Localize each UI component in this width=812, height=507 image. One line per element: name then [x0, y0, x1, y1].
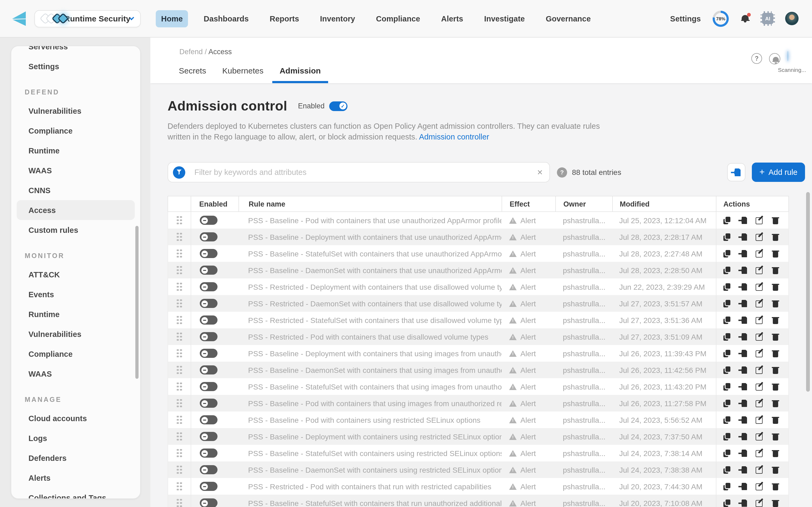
- col-effect[interactable]: Effect: [502, 196, 555, 211]
- brand-logo-icon[interactable]: [12, 10, 26, 26]
- rule-name-cell[interactable]: PSS - Baseline - Pod with containers usi…: [239, 411, 502, 428]
- announcements-bell-icon[interactable]: [769, 53, 780, 64]
- edit-rule-icon[interactable]: [756, 333, 763, 340]
- export-rule-icon[interactable]: [740, 383, 747, 390]
- delete-rule-icon[interactable]: [772, 366, 779, 374]
- export-rule-icon[interactable]: [740, 483, 747, 490]
- copy-rule-icon[interactable]: [723, 366, 731, 374]
- delete-rule-icon[interactable]: [772, 416, 779, 424]
- edit-rule-icon[interactable]: [756, 499, 763, 507]
- sidebar-item[interactable]: Collections and Tags: [17, 488, 135, 499]
- add-rule-button[interactable]: + Add rule: [752, 163, 805, 182]
- copy-rule-icon[interactable]: [723, 499, 731, 507]
- nav-item[interactable]: Investigate: [479, 10, 530, 27]
- rule-enabled-toggle[interactable]: [200, 498, 217, 507]
- user-avatar[interactable]: [785, 12, 799, 25]
- nav-item[interactable]: Home: [156, 10, 188, 27]
- drag-handle-icon[interactable]: [177, 449, 182, 457]
- sidebar-item[interactable]: ATT&CK: [17, 265, 135, 284]
- import-rules-button[interactable]: [727, 163, 746, 181]
- scanning-status[interactable]: Scanning...: [787, 52, 801, 65]
- sidebar-item[interactable]: Custom rules: [17, 220, 135, 240]
- delete-rule-icon[interactable]: [772, 433, 779, 440]
- rule-name-cell[interactable]: PSS - Baseline - DaemonSet with containe…: [239, 461, 502, 478]
- export-rule-icon[interactable]: [740, 250, 747, 257]
- delete-rule-icon[interactable]: [772, 499, 779, 507]
- rule-name-cell[interactable]: PSS - Baseline - Deployment with contain…: [239, 428, 502, 445]
- nav-item[interactable]: Dashboards: [198, 10, 254, 27]
- delete-rule-icon[interactable]: [772, 466, 779, 473]
- col-enabled[interactable]: Enabled: [191, 196, 239, 211]
- export-rule-icon[interactable]: [740, 349, 747, 357]
- usage-progress-ring[interactable]: 78%: [713, 10, 729, 26]
- edit-rule-icon[interactable]: [756, 366, 763, 374]
- export-rule-icon[interactable]: [740, 499, 747, 507]
- delete-rule-icon[interactable]: [772, 483, 779, 490]
- export-rule-icon[interactable]: [740, 333, 747, 340]
- col-modified[interactable]: Modified: [612, 196, 716, 211]
- page-scrollbar[interactable]: [806, 192, 810, 392]
- copy-rule-icon[interactable]: [723, 333, 731, 340]
- filter-box[interactable]: ✕: [167, 162, 550, 182]
- copy-rule-icon[interactable]: [723, 283, 731, 290]
- copy-rule-icon[interactable]: [723, 466, 731, 473]
- export-rule-icon[interactable]: [740, 449, 747, 457]
- clear-filter-icon[interactable]: ✕: [537, 168, 543, 176]
- notifications-bell-icon[interactable]: [741, 14, 750, 23]
- edit-rule-icon[interactable]: [756, 449, 763, 457]
- copy-rule-icon[interactable]: [723, 383, 731, 390]
- edit-rule-icon[interactable]: [756, 349, 763, 357]
- drag-handle-icon[interactable]: [177, 333, 182, 341]
- sidebar-item[interactable]: WAAS: [17, 160, 135, 180]
- drag-handle-icon[interactable]: [177, 383, 182, 391]
- rule-enabled-toggle[interactable]: [200, 365, 217, 375]
- copy-rule-icon[interactable]: [723, 399, 731, 407]
- edit-rule-icon[interactable]: [756, 250, 763, 257]
- sidebar-item[interactable]: Vulnerabilities: [17, 324, 135, 344]
- copy-rule-icon[interactable]: [723, 316, 731, 324]
- delete-rule-icon[interactable]: [772, 383, 779, 390]
- copy-rule-icon[interactable]: [723, 416, 731, 424]
- rule-enabled-toggle[interactable]: [200, 482, 217, 491]
- rule-name-cell[interactable]: PSS - Restricted - Deployment with conta…: [239, 278, 502, 295]
- rule-enabled-toggle[interactable]: [200, 216, 217, 225]
- rule-name-cell[interactable]: PSS - Restricted - Pod with containers t…: [239, 328, 502, 345]
- rule-name-cell[interactable]: PSS - Baseline - DaemonSet with containe…: [239, 361, 502, 378]
- sidebar-item[interactable]: Compliance: [17, 121, 135, 140]
- col-rule-name[interactable]: Rule name: [239, 196, 502, 211]
- tab[interactable]: Kubernetes: [214, 66, 271, 83]
- edit-rule-icon[interactable]: [756, 283, 763, 290]
- delete-rule-icon[interactable]: [772, 316, 779, 324]
- drag-handle-icon[interactable]: [177, 399, 182, 407]
- sidebar-item[interactable]: Defenders: [17, 448, 135, 468]
- drag-handle-icon[interactable]: [177, 366, 182, 374]
- export-rule-icon[interactable]: [740, 399, 747, 407]
- drag-handle-icon[interactable]: [177, 416, 182, 424]
- sidebar-item[interactable]: Events: [17, 284, 135, 304]
- edit-rule-icon[interactable]: [756, 483, 763, 490]
- rule-enabled-toggle[interactable]: [200, 299, 217, 308]
- nav-item[interactable]: Governance: [540, 10, 596, 27]
- tab[interactable]: Admission: [271, 66, 329, 83]
- copy-rule-icon[interactable]: [723, 266, 731, 274]
- sidebar-item[interactable]: Access: [17, 200, 135, 220]
- rule-enabled-toggle[interactable]: [200, 282, 217, 291]
- col-owner[interactable]: Owner: [555, 196, 612, 211]
- rule-name-cell[interactable]: PSS - Restricted - StatefulSet with cont…: [239, 312, 502, 328]
- rule-enabled-toggle[interactable]: [200, 266, 217, 275]
- edit-rule-icon[interactable]: [756, 433, 763, 440]
- copy-rule-icon[interactable]: [723, 233, 731, 241]
- rule-enabled-toggle[interactable]: [200, 432, 217, 441]
- drag-handle-icon[interactable]: [177, 299, 182, 308]
- copy-rule-icon[interactable]: [723, 300, 731, 307]
- rule-enabled-toggle[interactable]: [200, 232, 217, 241]
- sidebar-item[interactable]: Serverless: [17, 46, 135, 56]
- rule-name-cell[interactable]: PSS - Baseline - Deployment with contain…: [239, 345, 502, 361]
- rule-name-cell[interactable]: PSS - Baseline - StatefulSet with contai…: [239, 445, 502, 461]
- copy-rule-icon[interactable]: [723, 483, 731, 490]
- edit-rule-icon[interactable]: [756, 217, 763, 224]
- export-rule-icon[interactable]: [740, 433, 747, 440]
- delete-rule-icon[interactable]: [772, 300, 779, 307]
- edit-rule-icon[interactable]: [756, 383, 763, 390]
- delete-rule-icon[interactable]: [772, 266, 779, 274]
